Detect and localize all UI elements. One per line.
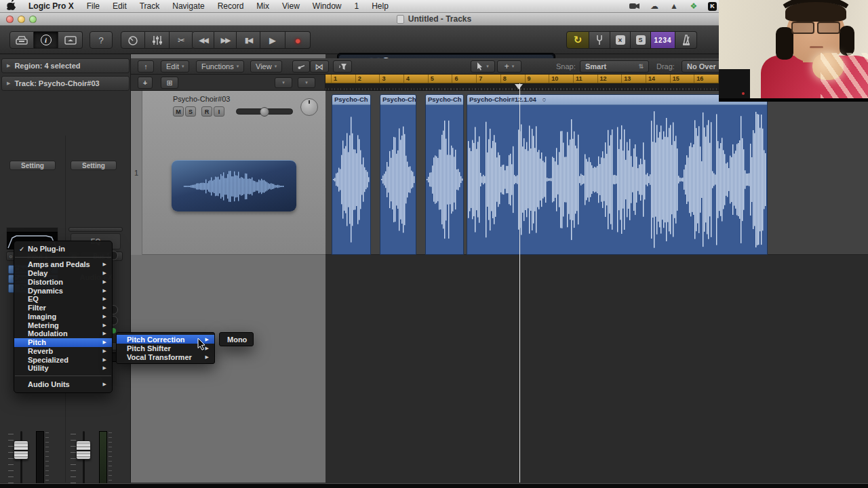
menu-item-pitch[interactable]: Pitch▶ — [14, 338, 112, 347]
view-menu-button[interactable]: View▾ — [250, 60, 282, 73]
secondary-tool-button[interactable]: +▾ — [497, 60, 521, 73]
camera-icon[interactable] — [629, 1, 640, 11]
playhead-line[interactable] — [519, 83, 520, 483]
play-button[interactable]: ▶ — [260, 31, 285, 49]
menu-item-distortion[interactable]: Distortion▶ — [14, 278, 112, 287]
menu-item-delay[interactable]: Delay▶ — [14, 269, 112, 278]
forward-button[interactable]: ▶▶ — [214, 31, 237, 49]
menu-item-mono[interactable]: Mono — [219, 332, 254, 346]
track-name[interactable]: Psycho-Choir#03 — [173, 95, 230, 103]
submenu-arrow-icon: ▶ — [103, 365, 106, 371]
cloud-icon[interactable]: ☁ — [649, 1, 660, 11]
tuner-button[interactable] — [589, 31, 610, 49]
menu-item-amps-and-pedals[interactable]: Amps and Pedals▶ — [14, 260, 112, 269]
drive-icon[interactable]: ▲ — [669, 1, 679, 11]
menu-item-utility[interactable]: Utility▶ — [14, 364, 112, 373]
playhead-handle[interactable] — [515, 84, 523, 89]
track-number: 1 — [131, 91, 142, 255]
channel-setting-button[interactable]: Setting — [9, 161, 56, 170]
track-pan-knob[interactable] — [300, 98, 318, 116]
menu-item-imaging[interactable]: Imaging▶ — [14, 312, 112, 321]
dropbox-icon[interactable]: ❖ — [688, 1, 699, 11]
snap-select[interactable]: Smart⇅ — [580, 60, 649, 73]
flex-button[interactable]: ⋈ — [310, 60, 329, 73]
volume-fader-1[interactable] — [14, 441, 28, 460]
channel-setting-button-2[interactable]: Setting — [71, 161, 117, 170]
track-icon[interactable] — [172, 160, 296, 211]
edit-menu-button[interactable]: Edit▾ — [161, 60, 189, 73]
smart-controls-button[interactable] — [121, 31, 145, 49]
menu-item-specialized[interactable]: Specialized▶ — [14, 355, 112, 364]
track-volume-slider[interactable] — [236, 108, 293, 115]
track-header-1[interactable]: 1 Psycho-Choir#03 M S R I — [131, 91, 326, 255]
count-in-button[interactable]: 1234 — [651, 31, 675, 49]
minimize-window-button[interactable] — [18, 16, 25, 23]
rewind-button[interactable]: ◀◀ — [192, 31, 214, 49]
track-sort-button[interactable]: ▾ — [275, 77, 292, 88]
menubar-item-record[interactable]: Record — [218, 1, 244, 11]
menubar-item-help[interactable]: Help — [372, 1, 389, 11]
menu-item-metering[interactable]: Metering▶ — [14, 321, 112, 329]
close-window-button[interactable] — [6, 16, 14, 23]
app-icon[interactable]: K — [708, 2, 717, 11]
menubar-item-1[interactable]: 1 — [355, 1, 359, 11]
mixer-button[interactable] — [145, 31, 170, 49]
add-track-button[interactable]: + — [138, 77, 153, 89]
track-zoom-button[interactable]: ▾ — [298, 77, 315, 88]
region-name: Psycho-Ch — [380, 95, 416, 105]
metronome-button[interactable] — [675, 31, 697, 49]
functions-menu-button[interactable]: Functions▾ — [196, 60, 244, 73]
menubar-item-file[interactable]: File — [87, 1, 100, 11]
track-solo-button[interactable]: S — [185, 106, 196, 117]
waveform-icon — [183, 167, 285, 206]
record-button[interactable]: ● — [285, 31, 311, 49]
menubar-item-mix[interactable]: Mix — [256, 1, 269, 11]
audio-region-2[interactable]: Psycho-Ch — [380, 94, 416, 255]
audio-region-4[interactable]: Psycho-Choir#12.1.04○ — [467, 94, 768, 255]
stop-go-to-start-button[interactable]: ▮◀ — [237, 31, 260, 49]
track-input-monitor-button[interactable]: I — [214, 106, 224, 117]
menubar-item-navigate[interactable]: Navigate — [172, 1, 204, 11]
menu-item-audio-units[interactable]: Audio Units▶ — [14, 379, 112, 390]
inspector-button[interactable]: i — [34, 31, 58, 49]
help-button[interactable]: ? — [90, 31, 113, 49]
automation-button[interactable] — [292, 60, 310, 73]
quick-help-button[interactable] — [58, 31, 83, 49]
track-mute-button[interactable]: M — [173, 106, 184, 117]
pointer-tool-button[interactable]: ▾ — [471, 60, 495, 73]
zoom-window-button[interactable] — [29, 16, 37, 23]
track-filter-button[interactable] — [333, 60, 352, 73]
loop-circle-icon[interactable]: ○ — [542, 96, 547, 103]
menu-item-reverb[interactable]: Reverb▶ — [14, 347, 112, 356]
menubar-item-track[interactable]: Track — [140, 1, 160, 11]
apple-menu-icon[interactable] — [7, 0, 16, 12]
menubar-item-logic-pro-x[interactable]: Logic Pro X — [28, 1, 74, 11]
audio-region-3[interactable]: Psycho-Ch — [425, 94, 464, 255]
snap-label: Snap: — [556, 62, 576, 70]
toolbox-button[interactable]: ✂ — [170, 31, 194, 49]
volume-slider-thumb[interactable] — [260, 107, 269, 117]
region-inspector-header[interactable]: ▶ Region: 4 selected — [1, 58, 130, 73]
catch-up-button[interactable]: ↑ — [138, 60, 154, 73]
menu-item-vocal-transformer[interactable]: Vocal Transformer▶ — [117, 352, 214, 361]
menu-item-filter[interactable]: Filter▶ — [14, 304, 112, 312]
eq-thumbnail-2[interactable] — [68, 227, 123, 232]
menu-item-modulation[interactable]: Modulation▶ — [14, 329, 112, 338]
x-icon: × — [616, 35, 625, 45]
duplicate-track-button[interactable]: ⊞ — [161, 77, 178, 89]
solo-button[interactable]: S — [631, 31, 651, 49]
volume-fader-2[interactable] — [76, 441, 91, 460]
track-record-button[interactable]: R — [201, 106, 212, 117]
menu-item-no-plugin[interactable]: ✓ No Plug-in — [14, 243, 112, 254]
menubar-item-window[interactable]: Window — [313, 1, 342, 11]
cycle-button[interactable]: ↻ — [566, 31, 589, 49]
punch-button[interactable]: × — [610, 31, 631, 49]
library-button[interactable] — [9, 31, 34, 49]
menu-item-eq[interactable]: EQ▶ — [14, 295, 112, 304]
audio-region-1[interactable]: Psycho-Ch — [332, 94, 371, 255]
menu-item-dynamics[interactable]: Dynamics▶ — [14, 286, 112, 295]
menubar-item-edit[interactable]: Edit — [113, 1, 127, 11]
track-inspector-header[interactable]: ▶ Track: Psycho-Choir#03 — [1, 76, 130, 91]
scissors-icon: ✂ — [178, 35, 185, 45]
menubar-item-view[interactable]: View — [282, 1, 300, 11]
